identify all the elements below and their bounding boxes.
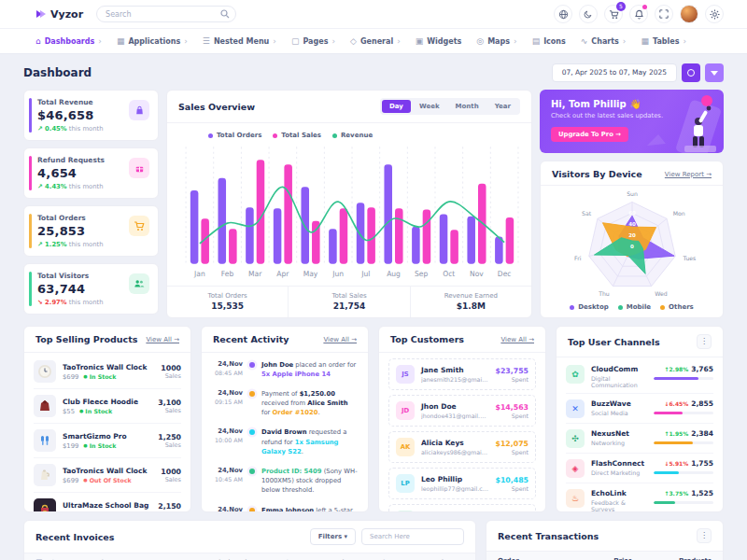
tab-month[interactable]: Month: [448, 100, 486, 113]
channel-row[interactable]: ✕ BuzzWaveSocial Media ↓6.45%2,855: [566, 394, 713, 424]
breadcrumb-item-pages[interactable]: ▢Pages›: [291, 36, 335, 46]
top-customers-card: Top Customers View All → JS Jane Smithja…: [378, 326, 546, 512]
fullscreen-button[interactable]: [655, 5, 673, 23]
echolink-icon: ♨: [566, 489, 585, 508]
table-icon: ▦: [641, 36, 649, 46]
customer-avatar: BS: [396, 511, 415, 512]
visitors-radar-chart[interactable]: SunMonTuesWedThuFriSat6040200: [541, 185, 723, 303]
channel-row[interactable]: ✣ NexusNetNetworking ↑1.95%2,384: [566, 424, 713, 454]
svg-text:Mar: Mar: [248, 270, 262, 278]
global-search: [96, 6, 236, 22]
nexusnet-icon: ✣: [566, 429, 585, 448]
activity-item[interactable]: 24,Nov08:45 AM John Doe placed an order …: [211, 355, 359, 384]
tab-week[interactable]: Week: [412, 100, 447, 113]
activity-item[interactable]: 24,Nov09:15 AM Payment of $1,250.00 rece…: [211, 384, 359, 423]
date-range-field[interactable]: 07, Apr 2025 to 07, May 2025: [552, 63, 677, 82]
map-icon: ◎: [476, 36, 484, 46]
cart-badge: 5: [616, 2, 626, 11]
filters-button[interactable]: Filters ▾: [310, 528, 356, 545]
tab-year[interactable]: Year: [487, 100, 518, 113]
bag-icon: [129, 100, 149, 120]
svg-text:Mon: Mon: [672, 210, 684, 217]
breadcrumb-item-widgets[interactable]: ▣Widgets: [416, 36, 462, 46]
channel-row[interactable]: ◈ FlashConnectDirect Marketing ↓5.91%1,7…: [566, 454, 713, 483]
main-content: Dashboard 07, Apr 2025 to 07, May 2025 T…: [0, 54, 747, 560]
svg-text:Dec: Dec: [498, 270, 512, 278]
svg-text:Nov: Nov: [470, 270, 484, 278]
notification-dot: [642, 5, 647, 9]
svg-text:Jan: Jan: [193, 270, 205, 278]
stat-card-refund-requests[interactable]: Refund Requests 4,654 ↗ 4.43% this month: [23, 147, 159, 199]
invoice-search-input[interactable]: [361, 528, 464, 545]
date-refresh-button[interactable]: [682, 63, 700, 82]
recent-invoices-title: Recent Invoices: [35, 532, 114, 542]
sales-chart-legend: Total Orders Total Sales Revenue: [167, 123, 531, 139]
customer-row[interactable]: BS Brenda Simpsonbrendasimpson075@gmail.…: [388, 504, 536, 512]
sales-bar-chart[interactable]: JanFebMarAprMayJunJulAugSepOctNovDec: [167, 139, 531, 286]
date-dropdown-button[interactable]: [705, 63, 724, 82]
product-image-earbuds: [34, 429, 56, 452]
legend-dot-desktop: [570, 305, 574, 310]
breadcrumb-item-icons[interactable]: ▤Icons: [532, 36, 566, 46]
brand-logo[interactable]: Vyzor: [35, 8, 83, 21]
tab-day[interactable]: Day: [382, 100, 411, 113]
channel-row[interactable]: ♨ EchoLinkFeedback & Surveys ↑3.75%1,525: [566, 483, 713, 512]
breadcrumb-item-charts[interactable]: ∿Charts›: [581, 36, 627, 46]
stat-card-total-revenue[interactable]: Total Revenue $46,658 ↗ 0.45% this month: [23, 90, 159, 141]
transactions-menu-button[interactable]: ⋮: [697, 528, 712, 543]
product-row[interactable]: UltraMaze School Bag $89In Stock 2,150Sa…: [34, 493, 181, 512]
greeting-card: Hi, Tom Phillip 👋 Check out the latest s…: [540, 90, 724, 153]
svg-text:Feb: Feb: [221, 270, 233, 278]
revenue-earned-summary: Revenue Earned$1.8M: [411, 287, 531, 317]
view-report-link[interactable]: View Report →: [665, 171, 712, 178]
settings-button[interactable]: [705, 5, 724, 23]
cart-icon: [609, 9, 619, 20]
product-row[interactable]: Club Fleece Hoodie $55In Stock 3,100Sale…: [34, 389, 181, 424]
customer-row[interactable]: JD Jhon Doejhondoe431@gmail.com $14,563S…: [388, 395, 536, 427]
chart-icon: ∿: [581, 36, 588, 46]
product-row[interactable]: SmartGizmo Pro $199In Stock 1,250Sales: [34, 424, 181, 458]
breadcrumb-item-general[interactable]: ◇General›: [350, 36, 401, 46]
breadcrumb-item-dashboards[interactable]: ⌂Dashboards›: [35, 36, 102, 46]
activity-item[interactable]: 24,Nov10:45 AM Product ID: 5409 (Sony WH…: [211, 462, 359, 501]
widget-icon: ▣: [416, 36, 424, 46]
channel-row[interactable]: ✿ CloudCommDigital Communication ↑2.98%3…: [566, 359, 713, 394]
activity-item[interactable]: 24,Nov11:30 AM Emma Johnson left a 5-sta…: [211, 500, 359, 512]
activity-dot: [249, 429, 255, 435]
channels-menu-button[interactable]: ⋮: [697, 334, 712, 349]
customer-row[interactable]: LP Leo Phillipleophillip77@gmail.com $10…: [388, 468, 536, 499]
breadcrumb-item-applications[interactable]: ▦Applications›: [117, 36, 188, 46]
breadcrumb-item-nested-menu[interactable]: ☰Nested Menu›: [203, 36, 276, 46]
bell-icon: [634, 9, 644, 20]
svg-text:Wed: Wed: [655, 290, 668, 297]
user-avatar[interactable]: [680, 5, 698, 23]
search-input[interactable]: [96, 6, 236, 22]
recent-activity-view-all-link[interactable]: View All →: [323, 336, 357, 343]
breadcrumb-item-tables[interactable]: ▦Tables›: [641, 36, 686, 46]
upgrade-pro-button[interactable]: Upgrade To Pro →: [551, 127, 628, 142]
dark-mode-button[interactable]: [579, 5, 598, 23]
product-row[interactable]: TaoTronics Wall Clock $699In Stock 1000S…: [34, 355, 181, 389]
greeting-illustration: [640, 90, 724, 153]
svg-text:Jul: Jul: [360, 270, 370, 278]
top-customers-view-all-link[interactable]: View All →: [500, 336, 534, 343]
customer-row[interactable]: JS Jane Smithjanesmith215@gmail.com $23,…: [388, 358, 536, 390]
breadcrumb-item-maps[interactable]: ◎Maps›: [476, 36, 516, 46]
diamond-icon: ◇: [350, 36, 357, 46]
customer-avatar: LP: [396, 474, 415, 493]
top-customers-title: Top Customers: [390, 334, 464, 344]
notifications-button[interactable]: [629, 5, 648, 23]
product-row[interactable]: TaoTronics Wall Clock $699Out Of Stock 1…: [34, 458, 181, 493]
cart-button[interactable]: 5: [604, 5, 623, 23]
stat-card-total-orders[interactable]: Total Orders 25,853 ↗ 1.25% this month: [23, 205, 159, 257]
language-globe-button[interactable]: [554, 5, 572, 23]
recent-invoices-card: Recent Invoices Filters ▾ ID Customer Or…: [23, 520, 476, 560]
grid-icon: ▦: [117, 36, 125, 46]
top-selling-view-all-link[interactable]: View All →: [146, 336, 179, 343]
customer-row[interactable]: AK Alicia Keysaliciakeys986@gmail.com $1…: [388, 431, 536, 463]
buzzwave-icon: ✕: [566, 399, 585, 418]
legend-dot-mobile: [618, 305, 623, 310]
icons-icon: ▤: [532, 36, 541, 46]
activity-item[interactable]: 24,Nov10:00 AM David Brown requested a r…: [211, 423, 359, 462]
stat-card-total-visitors[interactable]: Total Visitors 63,744 ↘ 2.97% this month: [23, 263, 159, 315]
